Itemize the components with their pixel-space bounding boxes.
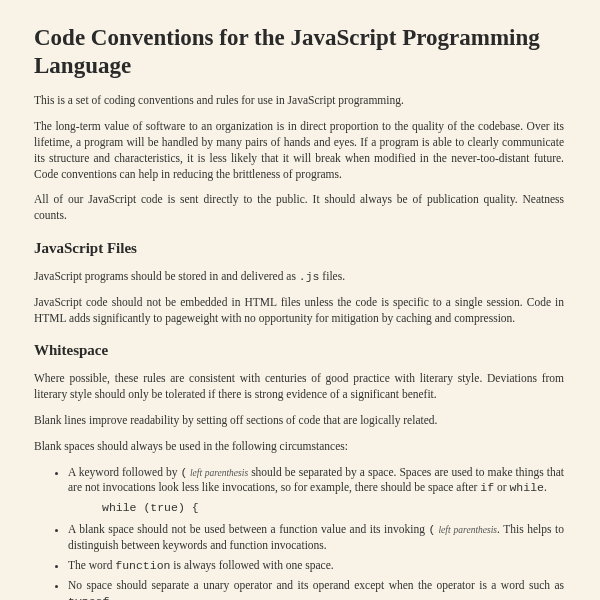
text: No space should separate a unary operato…	[68, 579, 564, 591]
text: files.	[319, 270, 345, 282]
sub-left-parenthesis: left parenthesis	[435, 525, 497, 535]
text: A blank space should not be used between…	[68, 523, 429, 535]
list-item: A blank space should not be used between…	[68, 522, 564, 554]
section-heading-whitespace: Whitespace	[34, 340, 564, 361]
intro-paragraph-3: All of our JavaScript code is sent direc…	[34, 192, 564, 224]
whitespace-paragraph-1: Where possible, these rules are consiste…	[34, 371, 564, 403]
list-item: No space should separate a unary operato…	[68, 578, 564, 600]
text: or	[494, 481, 509, 493]
code-function: function	[115, 559, 170, 572]
intro-paragraph-2: The long-term value of software to an or…	[34, 119, 564, 182]
files-paragraph-2: JavaScript code should not be embedded i…	[34, 295, 564, 327]
text: is always followed with one space.	[170, 559, 333, 571]
page-title: Code Conventions for the JavaScript Prog…	[34, 24, 564, 79]
list-item: The word function is always followed wit…	[68, 558, 564, 574]
document-page: Code Conventions for the JavaScript Prog…	[34, 0, 564, 600]
code-typeof: typeof	[68, 595, 109, 600]
code-while: while	[509, 481, 544, 494]
whitespace-paragraph-3: Blank spaces should always be used in th…	[34, 439, 564, 455]
code-example-while: while (true) {	[102, 500, 564, 516]
whitespace-paragraph-2: Blank lines improve readability by setti…	[34, 413, 564, 429]
code-js-ext: .js	[299, 270, 320, 283]
sub-left-parenthesis: left parenthesis	[187, 468, 248, 478]
text: .	[544, 481, 547, 493]
text: .	[109, 595, 112, 600]
text: The word	[68, 559, 115, 571]
files-paragraph-1: JavaScript programs should be stored in …	[34, 269, 564, 285]
text: A keyword followed by	[68, 466, 181, 478]
text: JavaScript programs should be stored in …	[34, 270, 299, 282]
section-heading-files: JavaScript Files	[34, 238, 564, 259]
whitespace-bullet-list: A keyword followed by ( left parenthesis…	[34, 465, 564, 600]
list-item: A keyword followed by ( left parenthesis…	[68, 465, 564, 517]
code-if: if	[480, 481, 494, 494]
intro-paragraph-1: This is a set of coding conventions and …	[34, 93, 564, 109]
